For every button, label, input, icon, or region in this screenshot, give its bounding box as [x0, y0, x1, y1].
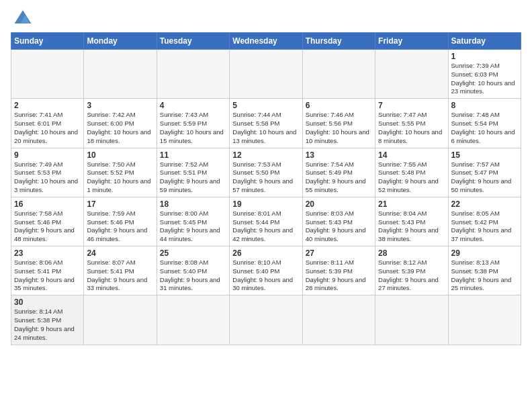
day-cell [11, 50, 84, 99]
day-info: Sunrise: 8:01 AMSunset: 5:44 PMDaylight:… [232, 210, 299, 244]
day-info: Sunrise: 7:49 AMSunset: 5:53 PMDaylight:… [14, 161, 81, 195]
col-header-tuesday: Tuesday [157, 33, 229, 50]
col-header-friday: Friday [375, 33, 448, 50]
day-cell [84, 50, 157, 99]
day-info: Sunrise: 7:39 AMSunset: 6:03 PMDaylight:… [451, 62, 518, 96]
calendar-table: SundayMondayTuesdayWednesdayThursdayFrid… [11, 32, 521, 345]
day-info: Sunrise: 8:05 AMSunset: 5:42 PMDaylight:… [451, 210, 518, 244]
col-header-thursday: Thursday [302, 33, 375, 50]
day-cell [230, 295, 302, 345]
day-info: Sunrise: 7:41 AMSunset: 6:01 PMDaylight:… [14, 111, 81, 145]
day-info: Sunrise: 7:59 AMSunset: 5:46 PMDaylight:… [87, 210, 153, 244]
day-number: 3 [87, 101, 153, 110]
day-info: Sunrise: 7:54 AMSunset: 5:49 PMDaylight:… [306, 161, 372, 195]
day-cell: 1Sunrise: 7:39 AMSunset: 6:03 PMDaylight… [448, 50, 521, 99]
day-cell [448, 295, 521, 345]
day-info: Sunrise: 8:04 AMSunset: 5:43 PMDaylight:… [378, 210, 445, 244]
day-number: 2 [14, 101, 81, 110]
col-header-wednesday: Wednesday [230, 33, 302, 50]
day-number: 19 [232, 199, 299, 209]
day-info: Sunrise: 8:06 AMSunset: 5:41 PMDaylight:… [14, 259, 81, 293]
day-info: Sunrise: 8:08 AMSunset: 5:40 PMDaylight:… [160, 259, 226, 293]
day-info: Sunrise: 7:50 AMSunset: 5:52 PMDaylight:… [87, 161, 153, 195]
day-number: 27 [306, 248, 372, 258]
day-cell [157, 50, 229, 99]
day-cell: 6Sunrise: 7:46 AMSunset: 5:56 PMDaylight… [302, 99, 375, 148]
day-cell: 10Sunrise: 7:50 AMSunset: 5:52 PMDayligh… [84, 148, 157, 197]
day-cell: 21Sunrise: 8:04 AMSunset: 5:43 PMDayligh… [375, 197, 448, 246]
day-info: Sunrise: 8:10 AMSunset: 5:40 PMDaylight:… [232, 259, 299, 293]
day-cell: 7Sunrise: 7:47 AMSunset: 5:55 PMDaylight… [375, 99, 448, 148]
day-number: 18 [160, 199, 226, 209]
day-info: Sunrise: 8:13 AMSunset: 5:38 PMDaylight:… [451, 259, 518, 293]
day-number: 22 [451, 199, 518, 209]
day-number: 5 [232, 101, 299, 110]
day-cell: 17Sunrise: 7:59 AMSunset: 5:46 PMDayligh… [84, 197, 157, 246]
week-row-4: 16Sunrise: 7:58 AMSunset: 5:46 PMDayligh… [11, 197, 521, 246]
week-row-1: 1Sunrise: 7:39 AMSunset: 6:03 PMDaylight… [11, 50, 521, 99]
day-cell: 19Sunrise: 8:01 AMSunset: 5:44 PMDayligh… [230, 197, 302, 246]
day-cell: 23Sunrise: 8:06 AMSunset: 5:41 PMDayligh… [11, 246, 84, 295]
day-info: Sunrise: 7:58 AMSunset: 5:46 PMDaylight:… [14, 210, 81, 244]
week-row-6: 30Sunrise: 8:14 AMSunset: 5:38 PMDayligh… [11, 295, 521, 345]
day-cell: 20Sunrise: 8:03 AMSunset: 5:43 PMDayligh… [302, 197, 375, 246]
day-cell: 8Sunrise: 7:48 AMSunset: 5:54 PMDaylight… [448, 99, 521, 148]
day-info: Sunrise: 7:57 AMSunset: 5:47 PMDaylight:… [451, 161, 518, 195]
day-info: Sunrise: 8:11 AMSunset: 5:39 PMDaylight:… [306, 259, 372, 293]
week-row-3: 9Sunrise: 7:49 AMSunset: 5:53 PMDaylight… [11, 148, 521, 197]
calendar-header-row: SundayMondayTuesdayWednesdayThursdayFrid… [11, 33, 521, 50]
day-cell: 29Sunrise: 8:13 AMSunset: 5:38 PMDayligh… [448, 246, 521, 295]
day-cell: 5Sunrise: 7:44 AMSunset: 5:58 PMDaylight… [230, 99, 302, 148]
day-number: 1 [451, 52, 518, 61]
day-number: 28 [378, 248, 445, 258]
day-cell [84, 295, 157, 345]
day-info: Sunrise: 7:55 AMSunset: 5:48 PMDaylight:… [378, 161, 445, 195]
col-header-saturday: Saturday [448, 33, 521, 50]
day-cell: 2Sunrise: 7:41 AMSunset: 6:01 PMDaylight… [11, 99, 84, 148]
day-info: Sunrise: 7:47 AMSunset: 5:55 PMDaylight:… [378, 111, 445, 145]
logo-icon [12, 7, 34, 28]
day-number: 30 [14, 298, 81, 307]
day-number: 29 [451, 248, 518, 258]
day-info: Sunrise: 7:46 AMSunset: 5:56 PMDaylight:… [306, 111, 372, 145]
day-number: 12 [232, 150, 299, 160]
day-cell: 24Sunrise: 8:07 AMSunset: 5:41 PMDayligh… [84, 246, 157, 295]
day-number: 4 [160, 101, 226, 110]
day-cell: 22Sunrise: 8:05 AMSunset: 5:42 PMDayligh… [448, 197, 521, 246]
day-cell: 11Sunrise: 7:52 AMSunset: 5:51 PMDayligh… [157, 148, 229, 197]
day-cell [375, 50, 448, 99]
day-cell: 30Sunrise: 8:14 AMSunset: 5:38 PMDayligh… [11, 295, 84, 345]
day-number: 11 [160, 150, 226, 160]
day-cell: 16Sunrise: 7:58 AMSunset: 5:46 PMDayligh… [11, 197, 84, 246]
day-cell [375, 295, 448, 345]
day-number: 13 [306, 150, 372, 160]
week-row-2: 2Sunrise: 7:41 AMSunset: 6:01 PMDaylight… [11, 99, 521, 148]
col-header-sunday: Sunday [11, 33, 84, 50]
day-cell: 15Sunrise: 7:57 AMSunset: 5:47 PMDayligh… [448, 148, 521, 197]
week-row-5: 23Sunrise: 8:06 AMSunset: 5:41 PMDayligh… [11, 246, 521, 295]
day-cell [302, 295, 375, 345]
day-number: 15 [451, 150, 518, 160]
day-number: 8 [451, 101, 518, 110]
day-number: 9 [14, 150, 81, 160]
day-cell: 18Sunrise: 8:00 AMSunset: 5:45 PMDayligh… [157, 197, 229, 246]
day-number: 21 [378, 199, 445, 209]
day-number: 14 [378, 150, 445, 160]
day-number: 24 [87, 248, 153, 258]
day-number: 16 [14, 199, 81, 209]
day-info: Sunrise: 7:43 AMSunset: 5:59 PMDaylight:… [160, 111, 226, 145]
page: SundayMondayTuesdayWednesdayThursdayFrid… [0, 0, 532, 352]
day-info: Sunrise: 8:12 AMSunset: 5:39 PMDaylight:… [378, 259, 445, 293]
day-number: 17 [87, 199, 153, 209]
day-number: 6 [306, 101, 372, 110]
day-info: Sunrise: 8:03 AMSunset: 5:43 PMDaylight:… [306, 210, 372, 244]
day-number: 26 [232, 248, 299, 258]
day-number: 10 [87, 150, 153, 160]
day-cell: 12Sunrise: 7:53 AMSunset: 5:50 PMDayligh… [230, 148, 302, 197]
day-number: 7 [378, 101, 445, 110]
day-info: Sunrise: 7:48 AMSunset: 5:54 PMDaylight:… [451, 111, 518, 145]
header-area [11, 7, 521, 28]
day-cell: 27Sunrise: 8:11 AMSunset: 5:39 PMDayligh… [302, 246, 375, 295]
day-cell [302, 50, 375, 99]
day-info: Sunrise: 8:00 AMSunset: 5:45 PMDaylight:… [160, 210, 226, 244]
